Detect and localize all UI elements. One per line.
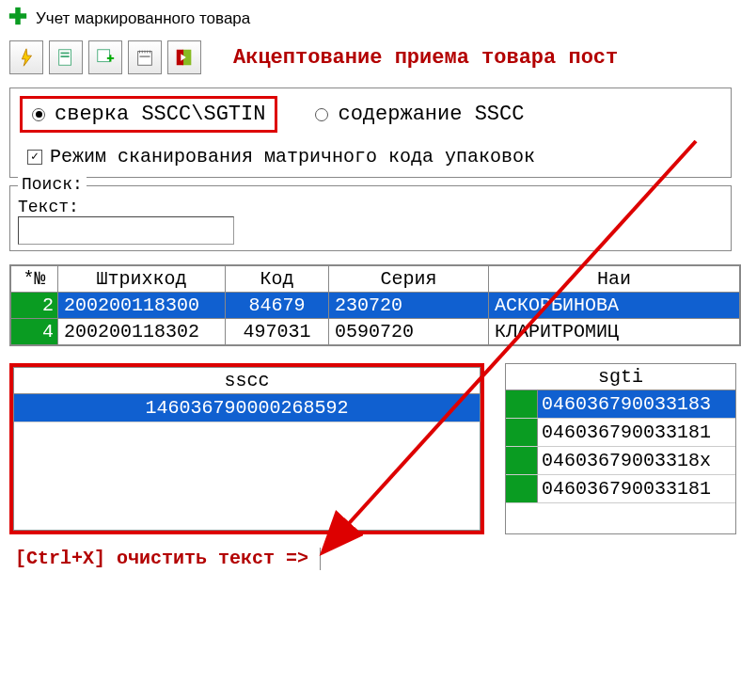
title-bar: Учет маркированного товара [0, 0, 741, 37]
sgtin-row[interactable]: 04603679003318x [506, 447, 735, 475]
footer: [Ctrl+X] очистить текст => [9, 546, 732, 571]
sgtin-row[interactable]: 046036790033181 [506, 475, 735, 503]
col-series[interactable]: Серия [329, 266, 489, 293]
svg-rect-1 [9, 13, 26, 19]
separator [320, 548, 321, 570]
table-row[interactable]: 42002001183024970310590720КЛАРИТРОМИЦ [11, 319, 740, 345]
radio-label: сверка SSCC\SGTIN [55, 103, 265, 126]
checkbox-icon: ✓ [27, 150, 42, 165]
window-title: Учет маркированного товара [36, 9, 250, 28]
toolbar-btn-notes[interactable] [128, 40, 162, 74]
toolbar-title: Акцептование приема товара пост [233, 46, 618, 70]
svg-rect-10 [140, 56, 150, 57]
bottom-area: sscc 146036790000268592 sgti 04603679003… [9, 363, 741, 534]
sscc-header: sscc [14, 368, 480, 394]
toolbar-btn-exit[interactable] [167, 40, 201, 74]
col-code[interactable]: Код [226, 266, 329, 293]
search-text-label: Текст: [18, 198, 79, 216]
clear-hint: [Ctrl+X] очистить текст => [9, 546, 314, 571]
sscc-panel: sscc 146036790000268592 [9, 363, 484, 534]
search-legend: Поиск: [18, 175, 87, 194]
toolbar-btn-add[interactable] [88, 40, 122, 74]
sscc-row[interactable]: 146036790000268592 [14, 394, 480, 422]
mode-panel: сверка SSCC\SGTIN содержание SSCC ✓ Режи… [9, 88, 732, 178]
toolbar-btn-doc[interactable] [49, 40, 83, 74]
svg-rect-8 [110, 55, 112, 61]
sgtin-panel: sgti 04603679003318304603679003318104603… [505, 363, 736, 534]
radio-icon [32, 108, 45, 121]
sgtin-row[interactable]: 046036790033183 [506, 390, 735, 419]
svg-rect-9 [138, 52, 152, 66]
scan-mode-checkbox[interactable]: ✓ Режим сканирования матричного кода упа… [10, 140, 731, 177]
sgtin-header: sgti [506, 364, 735, 390]
toolbar-btn-run[interactable] [9, 40, 43, 74]
sgtin-row[interactable]: 046036790033181 [506, 419, 735, 447]
radio-icon [315, 108, 328, 121]
search-input[interactable] [18, 216, 234, 245]
svg-rect-6 [98, 50, 110, 62]
svg-rect-4 [61, 53, 70, 55]
radio-content-sscc[interactable]: содержание SSCC [306, 99, 533, 130]
col-num[interactable]: *№ [11, 266, 58, 293]
app-icon [8, 6, 28, 31]
col-barcode[interactable]: Штрихкод [58, 266, 226, 293]
search-group: Поиск: Текст: [9, 185, 732, 251]
svg-rect-5 [61, 56, 70, 57]
svg-marker-2 [22, 49, 31, 66]
toolbar: Акцептование приема товара пост [0, 37, 741, 78]
checkbox-label: Режим сканирования матричного кода упако… [50, 146, 535, 167]
main-table: *№ Штрихкод Код Серия Наи 22002001183008… [9, 264, 741, 346]
table-row[interactable]: 220020011830084679230720АСКОРБИНОВА [11, 293, 740, 319]
radio-sscc-sgtin[interactable]: сверка SSCC\SGTIN [20, 96, 277, 133]
radio-label: содержание SSCC [338, 103, 524, 126]
col-name[interactable]: Наи [489, 266, 740, 293]
